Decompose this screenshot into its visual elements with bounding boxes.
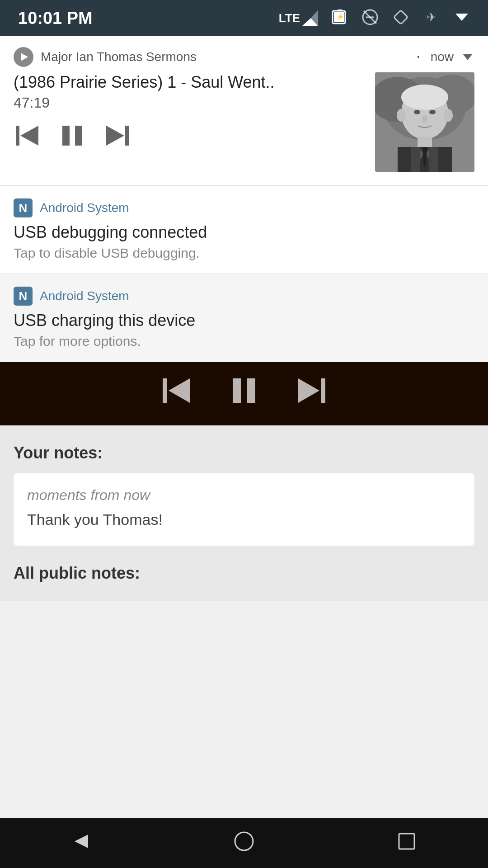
svg-rect-15 xyxy=(62,126,70,146)
svg-line-8 xyxy=(364,11,376,24)
battery-icon: ⚡ xyxy=(332,9,348,27)
usb-charge-title: USB charging this device xyxy=(14,311,474,330)
svg-rect-4 xyxy=(338,9,342,11)
svg-marker-12 xyxy=(463,54,473,60)
usb-charging-notification[interactable]: N Android System USB charging this devic… xyxy=(0,274,488,362)
auto-rotate-icon xyxy=(392,9,409,28)
bar-next-button[interactable] xyxy=(296,375,328,413)
bar-pause-button[interactable] xyxy=(228,375,260,413)
usb-debug-subtitle: Tap to disable USB debugging. xyxy=(14,245,474,261)
svg-text:N: N xyxy=(19,201,28,215)
svg-marker-11 xyxy=(455,14,468,21)
prev-button[interactable] xyxy=(14,122,41,153)
svg-rect-49 xyxy=(399,834,414,849)
svg-text:N: N xyxy=(19,289,28,303)
svg-point-48 xyxy=(235,832,253,850)
svg-rect-18 xyxy=(125,126,129,146)
back-button[interactable] xyxy=(70,830,93,857)
svg-point-27 xyxy=(422,115,427,123)
usb-debug-app-name: Android System xyxy=(40,201,129,215)
media-thumbnail xyxy=(375,72,474,172)
svg-marker-17 xyxy=(106,126,124,146)
status-icons: LTE ⚡ xyxy=(279,9,470,28)
media-controls xyxy=(14,122,366,153)
svg-rect-13 xyxy=(16,126,19,146)
pause-button[interactable] xyxy=(59,122,86,153)
airplane-mode-icon: ✈ xyxy=(423,9,440,28)
public-notes-label: All public notes: xyxy=(14,564,474,583)
navigation-bar xyxy=(0,818,488,868)
svg-point-28 xyxy=(397,109,406,122)
usb-charge-app-name: Android System xyxy=(40,289,129,303)
svg-point-26 xyxy=(429,110,436,114)
svg-rect-41 xyxy=(163,378,167,403)
status-time: 10:01 PM xyxy=(18,9,279,28)
lte-signal-icon: LTE xyxy=(279,10,318,26)
android-system-icon-2: N xyxy=(14,287,33,306)
media-notification-header: Major Ian Thomas Sermons • now xyxy=(14,47,474,67)
note-text: Thank you Thomas! xyxy=(27,511,461,528)
media-player-bar xyxy=(0,362,488,425)
svg-point-29 xyxy=(444,109,453,122)
signal-bars-icon xyxy=(302,10,318,26)
no-disturb-icon xyxy=(361,9,379,28)
media-app-name: Major Ian Thomas Sermons xyxy=(41,50,406,64)
note-italic-text: moments from now xyxy=(27,487,461,504)
svg-marker-42 xyxy=(169,378,190,403)
notes-box[interactable]: moments from now Thank you Thomas! xyxy=(14,473,474,546)
media-title: (1986 Prairie Series) 1 - Saul Went.. xyxy=(14,72,366,92)
svg-marker-45 xyxy=(298,378,319,403)
svg-rect-35 xyxy=(429,147,438,172)
media-duration: 47:19 xyxy=(14,94,366,111)
usb-debug-header: N Android System xyxy=(14,198,474,217)
play-circle-icon xyxy=(14,47,33,67)
android-system-icon: N xyxy=(14,198,33,217)
recent-apps-button[interactable] xyxy=(395,830,418,857)
svg-rect-16 xyxy=(75,126,82,146)
expand-icon xyxy=(461,50,474,64)
media-notification[interactable]: Major Ian Thomas Sermons • now (1986 Pra… xyxy=(0,36,488,186)
svg-point-25 xyxy=(414,110,420,114)
app-content: Your notes: moments from now Thank you T… xyxy=(0,425,488,601)
usb-debug-title: USB debugging connected xyxy=(14,223,474,242)
usb-charge-subtitle: Tap for more options. xyxy=(14,334,474,349)
status-bar: 10:01 PM LTE ⚡ xyxy=(0,0,488,36)
next-button[interactable] xyxy=(104,122,131,153)
media-body: (1986 Prairie Series) 1 - Saul Went.. 47… xyxy=(14,72,474,172)
media-time-label: now xyxy=(431,50,454,64)
svg-rect-34 xyxy=(411,147,420,172)
svg-point-24 xyxy=(401,85,448,110)
your-notes-label: Your notes: xyxy=(14,443,474,462)
svg-text:⚡: ⚡ xyxy=(336,13,344,21)
expand-status-icon[interactable] xyxy=(454,9,470,27)
svg-marker-47 xyxy=(75,835,88,848)
svg-rect-46 xyxy=(321,378,325,403)
bar-prev-button[interactable] xyxy=(160,375,192,413)
notifications-panel: Major Ian Thomas Sermons • now (1986 Pra… xyxy=(0,36,488,362)
svg-text:✈: ✈ xyxy=(427,10,436,24)
svg-rect-44 xyxy=(247,378,255,403)
svg-rect-43 xyxy=(233,378,241,403)
media-info: (1986 Prairie Series) 1 - Saul Went.. 47… xyxy=(14,72,375,153)
svg-marker-14 xyxy=(20,126,38,146)
home-button[interactable] xyxy=(233,830,255,857)
svg-rect-9 xyxy=(394,10,408,24)
usb-charge-header: N Android System xyxy=(14,287,474,306)
usb-debugging-notification[interactable]: N Android System USB debugging connected… xyxy=(0,186,488,274)
